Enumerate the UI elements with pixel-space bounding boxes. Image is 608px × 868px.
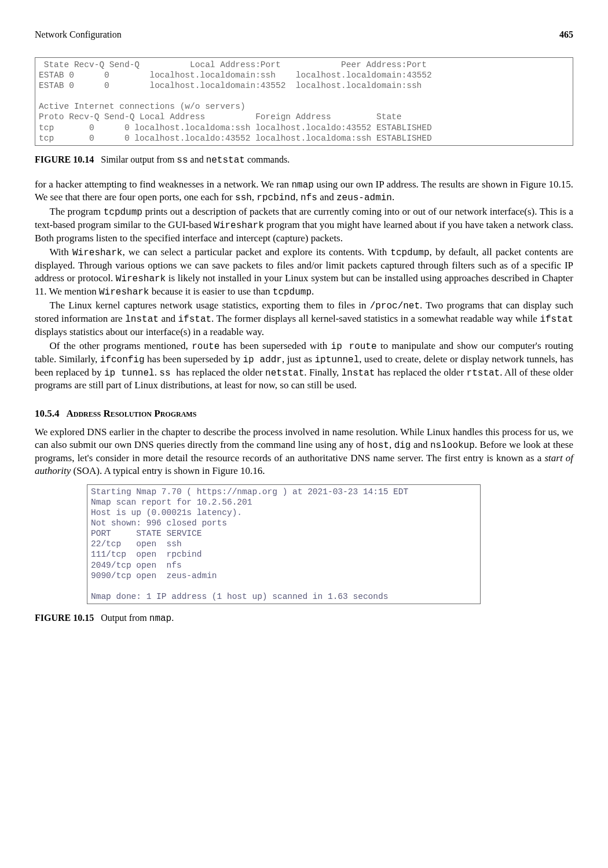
page-number: 465 (559, 29, 573, 41)
terminal-nmap: Starting Nmap 7.70 ( https://nmap.org ) … (87, 484, 481, 604)
paragraph-2: The program tcpdump prints out a descrip… (35, 205, 573, 245)
figure-10-15-caption: FIGURE 10.15 Output from nmap. (35, 612, 573, 625)
paragraph-6: We explored DNS earlier in the chapter t… (35, 426, 573, 477)
paragraph-5: Of the other programs mentioned, route h… (35, 340, 573, 392)
header-left: Network Configuration (35, 29, 122, 41)
terminal-ss-netstat: State Recv-Q Send-Q Local Address:Port P… (35, 57, 573, 146)
running-header: Network Configuration 465 (35, 29, 573, 41)
paragraph-3: With Wireshark, we can select a particul… (35, 246, 573, 298)
paragraph-1: for a hacker attempting to find weakness… (35, 178, 573, 205)
paragraph-4: The Linux kernel captures network usage … (35, 299, 573, 339)
body-text: for a hacker attempting to find weakness… (35, 178, 573, 477)
section-heading-10-5-4: 10.5.4Address Resolution Programs (35, 407, 573, 420)
figure-10-14-caption: FIGURE 10.14 Similar output from ss and … (35, 154, 573, 167)
